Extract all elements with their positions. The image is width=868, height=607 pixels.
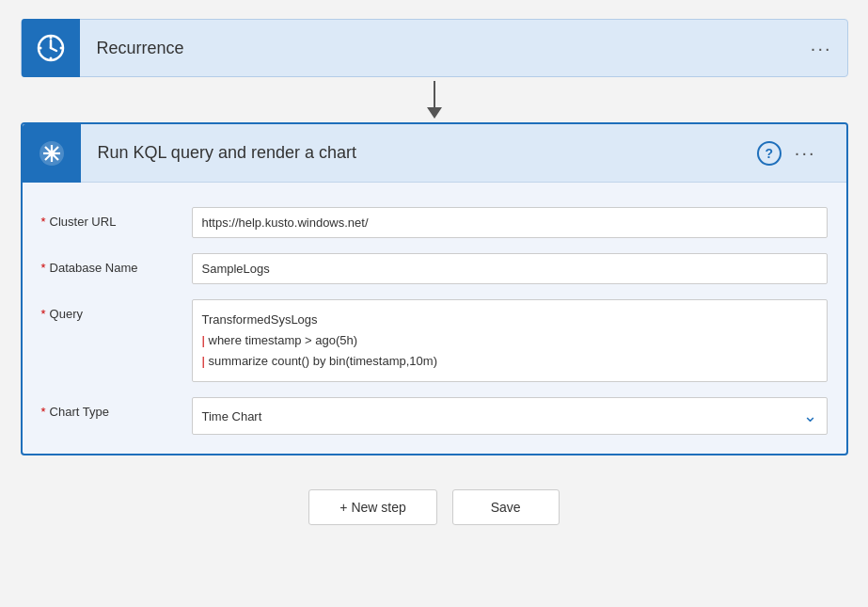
svg-point-6: [59, 47, 62, 50]
database-name-row: *Database Name: [41, 253, 828, 284]
kql-icon: [36, 137, 68, 169]
recurrence-card: Recurrence ···: [21, 19, 848, 77]
connector: [427, 81, 442, 119]
cluster-url-row: *Cluster URL: [41, 207, 828, 238]
new-step-button[interactable]: + New step: [308, 489, 436, 525]
query-line2: | where timestamp > ago(5h): [202, 330, 817, 351]
recurrence-icon-wrap: [22, 19, 80, 77]
svg-point-12: [48, 150, 55, 156]
recurrence-menu-button[interactable]: ···: [811, 38, 847, 59]
svg-point-4: [49, 57, 52, 60]
query-row: *Query TransformedSysLogs | where timest…: [41, 299, 828, 382]
cluster-url-required: *: [41, 215, 46, 229]
chart-type-label: *Chart Type: [41, 397, 192, 419]
kql-header: Run KQL query and render a chart ? ···: [23, 124, 846, 183]
chevron-down-icon: ⌄: [803, 406, 817, 426]
query-line1: TransformedSysLogs: [202, 310, 817, 330]
connector-line: [434, 81, 435, 107]
clock-icon: [36, 33, 66, 63]
query-label: *Query: [41, 299, 192, 321]
database-name-input[interactable]: [192, 253, 828, 284]
query-required: *: [41, 307, 46, 321]
kql-menu-button[interactable]: ···: [795, 142, 831, 164]
chart-type-value: Time Chart: [202, 409, 262, 423]
query-line3: | summarize count() by bin(timestamp,10m…: [202, 351, 817, 372]
database-name-required: *: [41, 261, 46, 275]
kql-icon-wrap: [23, 124, 81, 183]
save-button[interactable]: Save: [452, 489, 560, 525]
cluster-url-label: *Cluster URL: [41, 207, 192, 229]
recurrence-title: Recurrence: [80, 39, 811, 58]
chart-type-select[interactable]: Time Chart ⌄: [192, 397, 828, 435]
kql-title: Run KQL query and render a chart: [81, 143, 757, 163]
kql-card: Run KQL query and render a chart ? ··· *…: [21, 122, 848, 455]
cluster-url-input[interactable]: [192, 207, 828, 238]
query-input[interactable]: TransformedSysLogs | where timestamp > a…: [192, 299, 828, 382]
svg-point-5: [39, 47, 41, 50]
kql-form-body: *Cluster URL *Database Name *Query Trans…: [23, 183, 846, 454]
connector-arrow: [427, 107, 442, 119]
database-name-label: *Database Name: [41, 253, 192, 275]
help-button[interactable]: ?: [757, 141, 781, 166]
chart-type-required: *: [41, 405, 46, 419]
bottom-actions: + New step Save: [308, 489, 559, 525]
svg-point-3: [49, 37, 52, 40]
chart-type-row: *Chart Type Time Chart ⌄: [41, 397, 828, 435]
svg-line-2: [51, 48, 56, 51]
kql-header-actions: ? ···: [757, 141, 846, 166]
